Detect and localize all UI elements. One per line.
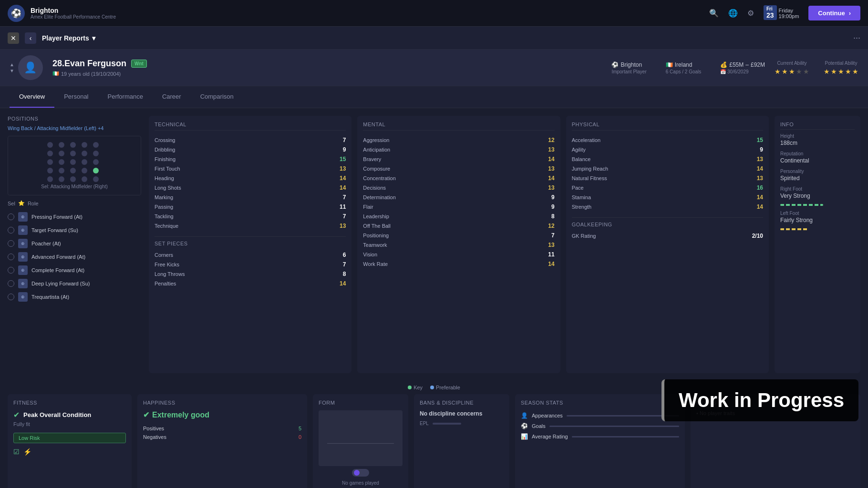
stat-value: 7: [336, 213, 346, 220]
info-title: Info: [780, 122, 855, 130]
pitch-selected-label: Sel: Attacking Midfielder (Right): [41, 184, 108, 189]
role-row[interactable]: ⊕ Pressing Forward (At): [8, 210, 141, 224]
role-row[interactable]: ⊕ Poacher (At): [8, 237, 141, 250]
pitch-dot: [82, 142, 87, 148]
pitch-dot: [70, 142, 76, 148]
stat-name: Finishing: [155, 156, 176, 162]
tab-personal[interactable]: Personal: [54, 86, 98, 108]
stat-row: Natural Fitness13: [572, 173, 763, 183]
role-name: Deep Lying Forward (Su): [31, 281, 90, 286]
stat-value: 13: [545, 184, 555, 191]
player-header: ▲ ▼ 👤 28.Evan Ferguson Wnt 🇮🇪 19 years o…: [0, 50, 868, 86]
stat-value: 14: [545, 261, 555, 267]
stat-value: 14: [545, 175, 555, 182]
positives-value: 5: [299, 426, 301, 431]
pitch-dot: [59, 176, 64, 182]
stat-value: 9: [545, 194, 555, 201]
role-row[interactable]: ⊕ Trequartista (At): [8, 290, 141, 304]
player-meta: ⚽Brighton Important Player 🇮🇪Ireland 6 C…: [611, 61, 765, 74]
role-icon: ⊕: [18, 265, 28, 275]
search-icon[interactable]: 🔍: [709, 9, 719, 18]
stat-row: Teamwork13: [363, 240, 554, 250]
continue-button[interactable]: Continue ›: [808, 6, 860, 20]
role-radio[interactable]: [8, 294, 14, 300]
role-row[interactable]: ⊕ Target Forward (Su): [8, 224, 141, 237]
stat-name: Crossing: [155, 137, 175, 143]
value-meta: 💰 £55M–£92M 📅 30/6/2029: [720, 61, 765, 74]
stat-row: Marking7: [155, 193, 346, 202]
roles-list: ⊕ Pressing Forward (At) ⊕ Target Forward…: [8, 210, 141, 304]
peak-icon: ✔: [13, 410, 20, 419]
stat-row: Corners6: [155, 250, 346, 260]
stat-value: 13: [545, 165, 555, 172]
tab-career[interactable]: Career: [153, 86, 191, 108]
reputation-label: Reputation: [780, 151, 855, 156]
club-logo-icon: ⚽: [8, 5, 25, 22]
role-row[interactable]: ⊕ Advanced Forward (At): [8, 250, 141, 264]
role-icon: ⊕: [18, 212, 28, 222]
role-name: Complete Forward (At): [31, 267, 84, 273]
season-stat-bar: [549, 426, 679, 427]
stat-value: 13: [545, 242, 555, 248]
pitch-dot: [59, 168, 64, 173]
pitch-dot: [70, 151, 76, 156]
more-options-icon[interactable]: ···: [853, 33, 860, 43]
no-discipline: No discipline concerns: [420, 410, 504, 417]
role-radio[interactable]: [8, 267, 14, 274]
main-content: Positions Wing Back / Attacking Midfield…: [0, 108, 868, 381]
stat-row: Determination9: [363, 193, 554, 202]
role-radio[interactable]: [8, 214, 14, 220]
back-button[interactable]: ‹: [25, 32, 36, 44]
globe-icon[interactable]: 🌐: [728, 9, 738, 18]
stat-name: Teamwork: [363, 242, 387, 248]
pitch-dot: [47, 159, 53, 165]
fitness-title: Fitness: [13, 400, 126, 406]
tab-performance[interactable]: Performance: [98, 86, 153, 108]
stat-value: 14: [545, 156, 555, 163]
stat-name: Anticipation: [363, 147, 390, 152]
club-info: Brighton Amex Elite Football Performance…: [31, 7, 116, 20]
club-meta: ⚽Brighton Important Player: [611, 61, 646, 74]
gear-icon[interactable]: ⚙: [747, 9, 754, 18]
role-icon: ⊕: [18, 239, 28, 248]
mental-panel: Mental Aggression12Anticipation13Bravery…: [357, 116, 560, 373]
role-row[interactable]: ⊕ Complete Forward (At): [8, 264, 141, 277]
role-radio[interactable]: [8, 240, 14, 247]
form-chart: [319, 410, 403, 466]
nav-title[interactable]: Player Reports ▾: [42, 34, 95, 42]
stat-name: GK Rating: [572, 233, 596, 239]
pitch-dot: [47, 151, 53, 156]
stat-row: Positioning7: [363, 231, 554, 240]
stat-value: 12: [545, 137, 555, 143]
role-row[interactable]: ⊕ Deep Lying Forward (Su): [8, 277, 141, 290]
happiness-panel: Happiness ✔ Extremely good Positives 5 N…: [137, 394, 307, 488]
negatives-row: Negatives 0: [143, 433, 301, 441]
role-radio[interactable]: [8, 227, 14, 234]
role-radio[interactable]: [8, 254, 14, 260]
stat-name: Passing: [155, 204, 173, 210]
form-toggle[interactable]: [352, 469, 369, 477]
technical-title: Technical: [155, 122, 346, 131]
role-radio[interactable]: [8, 280, 14, 287]
top-bar-right: 🔍 🌐 ⚙ Fri23 Friday19:00pm Continue ›: [709, 5, 860, 21]
trait-item: No player traits: [696, 410, 855, 416]
right-panel: Info Height 188cm Reputation Continental…: [775, 116, 860, 373]
stat-row: Stamina14: [572, 193, 763, 202]
close-button[interactable]: ✕: [8, 32, 19, 44]
current-ability: Current Ability ★★★★★: [775, 61, 809, 75]
stat-row: Work Rate14: [363, 259, 554, 269]
role-icon: ⊕: [18, 279, 28, 288]
stat-value: 14: [336, 184, 346, 191]
season-stats-list: 👤 Appearances ⚽ Goals 📊 Average Rating: [521, 410, 679, 442]
stat-name: Dribbling: [155, 147, 175, 152]
stat-row: Aggression12: [363, 135, 554, 145]
club-name: Brighton: [31, 7, 116, 14]
season-stats-title: Season Stats: [521, 400, 679, 406]
physical-stats: Acceleration15Agility9Balance13Jumping R…: [572, 135, 763, 212]
pitch-dot: [93, 176, 99, 182]
stat-value: 14: [754, 203, 763, 210]
ability-box: Current Ability ★★★★★ Potential Ability …: [775, 61, 858, 75]
tab-comparison[interactable]: Comparison: [191, 86, 243, 108]
tab-overview[interactable]: Overview: [10, 86, 54, 108]
stat-row: Balance13: [572, 154, 763, 164]
